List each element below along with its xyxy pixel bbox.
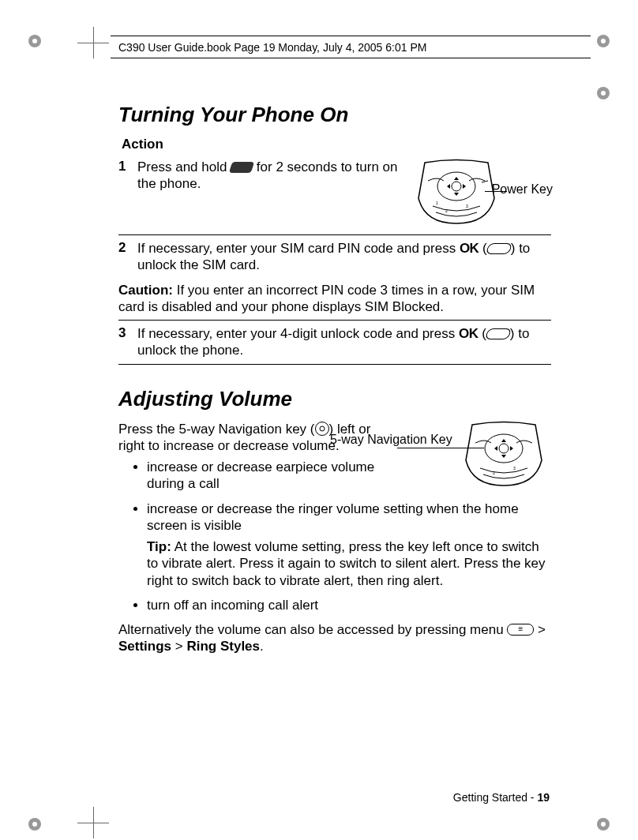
svg-point-6 bbox=[499, 444, 509, 453]
phone-illustration-nav: 2 3 5-way Navigation Key bbox=[393, 421, 551, 492]
alt-period: . bbox=[260, 639, 264, 654]
softkey-icon-1 bbox=[485, 243, 512, 254]
tip-label: Tip: bbox=[147, 539, 171, 554]
crop-lines-bl bbox=[77, 807, 109, 838]
page-content: Turning Your Phone On Action 1 2 3 1 bbox=[118, 103, 551, 660]
svg-text:3: 3 bbox=[466, 204, 468, 208]
step-2-row: 2 If necessary, enter your SIM card PIN … bbox=[118, 234, 551, 279]
header-text: C390 User Guide.book Page 19 Monday, Jul… bbox=[118, 41, 426, 54]
step2-before: If necessary, enter your SIM card PIN co… bbox=[137, 241, 460, 256]
step3-before: If necessary, enter your 4-digit unlock … bbox=[137, 326, 459, 341]
volume-intro: 2 3 5-way Navigation Key Press the 5-way… bbox=[118, 421, 551, 455]
ok-label-2: OK bbox=[459, 326, 478, 341]
alt-gt2: > bbox=[171, 639, 186, 654]
svg-text:1: 1 bbox=[436, 201, 438, 205]
crop-dot-tl bbox=[28, 35, 41, 47]
step-3-num: 3 bbox=[118, 325, 137, 359]
phone-illustration-power: 2 3 1 Power Key bbox=[409, 159, 551, 230]
power-pointer bbox=[485, 191, 507, 192]
section-title-2: Adjusting Volume bbox=[118, 387, 551, 411]
intro-before: Press the 5-way Navigation key ( bbox=[118, 422, 315, 437]
step1-before: Press and hold bbox=[137, 159, 231, 174]
bullet-2: increase or decrease the ringer volume s… bbox=[147, 501, 551, 589]
step-3-body: If necessary, enter your 4-digit unlock … bbox=[137, 325, 551, 359]
svg-text:3: 3 bbox=[513, 466, 516, 471]
power-key-label: Power Key bbox=[492, 182, 553, 197]
power-key-label-text: Power Key bbox=[492, 182, 553, 196]
alt-gt1: > bbox=[534, 622, 546, 637]
phone-svg-1: 2 3 1 bbox=[409, 159, 504, 226]
footer-page: 19 bbox=[537, 791, 550, 804]
nav-pointer bbox=[397, 448, 484, 448]
crop-lines-tl bbox=[77, 27, 109, 58]
alt-settings: Settings bbox=[118, 639, 171, 654]
crop-dot-br bbox=[597, 818, 610, 831]
softkey-icon-2 bbox=[485, 328, 512, 339]
step-1-body: 2 3 1 Power Key Press and hold for 2 sec… bbox=[137, 159, 551, 230]
crop-dot-tr bbox=[597, 35, 610, 47]
nav-key-icon bbox=[315, 422, 329, 436]
alt-before: Alternatively the volume can also be acc… bbox=[118, 622, 507, 637]
page-footer: Getting Started - 19 bbox=[453, 791, 550, 804]
bullet-2-text: increase or decrease the ringer volume s… bbox=[147, 501, 519, 533]
caution-row: Caution: If you enter an incorrect PIN c… bbox=[118, 279, 551, 321]
tip-block: Tip: At the lowest volume setting, press… bbox=[147, 538, 551, 589]
crop-dot-bl bbox=[28, 818, 41, 831]
svg-text:2: 2 bbox=[493, 471, 495, 475]
step2-paren-open: ( bbox=[478, 241, 486, 256]
caution-text: If you enter an incorrect PIN code 3 tim… bbox=[118, 283, 535, 314]
menu-key-icon bbox=[507, 624, 534, 636]
ok-label-1: OK bbox=[460, 241, 479, 256]
step-1-row: 1 2 3 1 Power Key bbox=[118, 154, 551, 234]
alt-ring: Ring Styles bbox=[186, 639, 260, 654]
bullet-3: turn off an incoming call alert bbox=[147, 597, 551, 613]
alt-access: Alternatively the volume can also be acc… bbox=[118, 621, 551, 655]
step-1-num: 1 bbox=[118, 159, 137, 230]
svg-point-1 bbox=[452, 182, 461, 191]
step-2-num: 2 bbox=[118, 240, 137, 274]
tip-text: At the lowest volume setting, press the … bbox=[147, 539, 546, 588]
svg-text:2: 2 bbox=[445, 208, 448, 213]
step3-paren-open: ( bbox=[478, 326, 486, 341]
nav-key-label: 5-way Navigation Key bbox=[330, 433, 452, 447]
action-label: Action bbox=[122, 137, 551, 152]
crop-dot-mr bbox=[597, 87, 610, 99]
step-2-body: If necessary, enter your SIM card PIN co… bbox=[137, 240, 551, 274]
nav-key-label-text: 5-way Navigation Key bbox=[330, 433, 452, 446]
section-title-1: Turning Your Phone On bbox=[118, 103, 551, 127]
step-3-row: 3 If necessary, enter your 4-digit unloc… bbox=[118, 320, 551, 365]
phone-svg-2: 2 3 bbox=[456, 421, 551, 488]
caution-label: Caution: bbox=[118, 283, 173, 298]
footer-text: Getting Started - bbox=[453, 791, 538, 804]
power-key-icon bbox=[229, 162, 255, 173]
header-rule bbox=[111, 36, 591, 36]
